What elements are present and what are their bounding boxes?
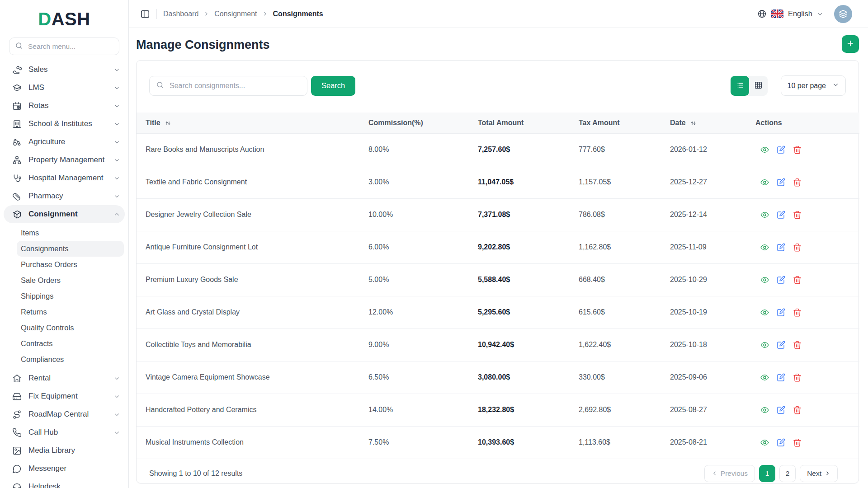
chevron-right-icon [203,11,209,17]
plus-icon [846,39,855,49]
view-button[interactable] [760,340,770,350]
table-header-row: TitleCommission(%)Total AmountTax Amount… [137,113,859,133]
row-commission: 9.00% [368,328,477,361]
breadcrumb: DashboardConsignmentConsignments [163,10,323,18]
consignments-search-input[interactable] [169,81,301,90]
sidebar-subitem-returns[interactable]: Returns [12,304,124,320]
delete-button[interactable] [793,242,802,252]
edit-button[interactable] [776,372,786,382]
row-total-amount: 5,295.60$ [477,296,578,328]
globe-icon[interactable] [757,9,767,19]
delete-button[interactable] [793,340,802,350]
per-page-select[interactable]: 10 per page [781,75,846,96]
view-button[interactable] [760,210,770,220]
sidebar-item-helpdesk[interactable]: Helpdesk [0,478,128,488]
row-title: Vintage Camera Equipment Showcase [137,361,368,394]
column-header-title[interactable]: Title [137,113,368,133]
sidebar-item-rotas[interactable]: Rotas [0,97,128,115]
view-button[interactable] [760,405,770,415]
table-row: Designer Jewelry Collection Sale10.00%7,… [137,198,859,231]
view-toggle [731,76,768,96]
delete-button[interactable] [793,437,802,447]
sidebar-item-call-hub[interactable]: Call Hub [0,423,128,441]
sidebar-item-consignment[interactable]: Consignment [4,205,125,223]
sidebar-item-messenger[interactable]: Messenger [0,460,128,478]
consignment-icon [12,210,22,219]
view-button[interactable] [760,372,770,382]
row-tax-amount: 2,692.80$ [578,394,670,426]
sidebar-subitem-quality-controls[interactable]: Quality Controls [12,320,124,336]
sidebar-item-label: Sales [28,65,107,74]
page-button-2[interactable]: 2 [779,465,796,482]
sidebar-item-rental[interactable]: Rental [0,369,128,387]
row-total-amount: 7,371.08$ [477,198,578,231]
delete-button[interactable] [793,145,802,155]
edit-button[interactable] [776,242,786,252]
previous-page-button[interactable]: Previous [704,465,755,482]
language-label[interactable]: English [788,9,812,18]
delete-button[interactable] [793,210,802,220]
list-view-button[interactable] [731,76,749,96]
next-page-button[interactable]: Next [800,465,838,482]
sidebar-subitem-shippings[interactable]: Shippings [12,288,124,304]
grid-view-button[interactable] [749,76,768,96]
delete-button[interactable] [793,405,802,415]
sidebar-item-lms[interactable]: LMS [0,79,128,97]
row-title: Rare Books and Manuscripts Auction [137,133,368,166]
uk-flag-icon[interactable] [771,9,783,18]
sidebar-item-media-library[interactable]: Media Library [0,441,128,460]
add-consignment-button[interactable] [842,35,859,53]
sidebar-item-sales[interactable]: Sales [0,61,128,79]
edit-button[interactable] [776,437,786,447]
breadcrumb-item-consignment[interactable]: Consignment [214,10,257,18]
sidebar-item-pharmacy[interactable]: Pharmacy [0,187,128,205]
view-button[interactable] [760,242,770,252]
sidebar-subitem-sale-orders[interactable]: Sale Orders [12,272,124,288]
view-button[interactable] [760,275,770,285]
row-date: 2025-10-18 [670,328,755,361]
sidebar-subitem-consignments[interactable]: Consignments [17,241,124,257]
sidebar-item-property-management[interactable]: Property Management [0,151,128,169]
sidebar-subitem-contracts[interactable]: Contracts [12,336,124,352]
edit-button[interactable] [776,177,786,187]
edit-button[interactable] [776,275,786,285]
delete-button[interactable] [793,307,802,317]
row-actions [755,437,859,447]
sidebar-item-label: Media Library [28,446,120,455]
row-title: Antique Furniture Consignment Lot [137,231,368,263]
search-button[interactable]: Search [311,76,355,96]
row-title: Collectible Toys and Memorabilia [137,328,368,361]
view-button[interactable] [760,437,770,447]
edit-button[interactable] [776,210,786,220]
sidebar-item-fix-equipment[interactable]: Fix Equipment [0,387,128,405]
sort-icon [690,120,697,127]
sidebar-item-school-institutes[interactable]: School & Institutes [0,115,128,133]
view-button[interactable] [760,307,770,317]
breadcrumb-item-dashboard[interactable]: Dashboard [163,10,198,18]
sidebar-toggle-button[interactable] [140,9,150,19]
sidebar-nav: SalesLMSRotasSchool & InstitutesAgricult… [0,61,128,488]
edit-button[interactable] [776,405,786,415]
view-button[interactable] [760,145,770,155]
column-header-date[interactable]: Date [670,113,755,133]
row-tax-amount: 1,622.40$ [578,328,670,361]
sidebar-search-input[interactable] [27,42,113,51]
edit-button[interactable] [776,145,786,155]
delete-button[interactable] [793,275,802,285]
edit-button[interactable] [776,340,786,350]
delete-button[interactable] [793,177,802,187]
sidebar-subitem-items[interactable]: Items [12,225,124,241]
roadmap-icon [12,410,22,419]
avatar[interactable] [834,5,852,23]
edit-button[interactable] [776,307,786,317]
delete-button[interactable] [793,372,802,382]
chevron-down-icon[interactable] [817,11,823,17]
sidebar-item-roadmap-central[interactable]: RoadMap Central [0,405,128,423]
sidebar-subitem-compliances[interactable]: Compliances [12,352,124,367]
page-button-1[interactable]: 1 [759,465,775,482]
view-button[interactable] [760,177,770,187]
sidebar-item-label: Rotas [28,101,107,110]
sidebar-item-agriculture[interactable]: Agriculture [0,133,128,151]
sidebar-item-hospital-management[interactable]: Hospital Management [0,169,128,187]
sidebar-subitem-purchase-orders[interactable]: Purchase Orders [12,257,124,272]
